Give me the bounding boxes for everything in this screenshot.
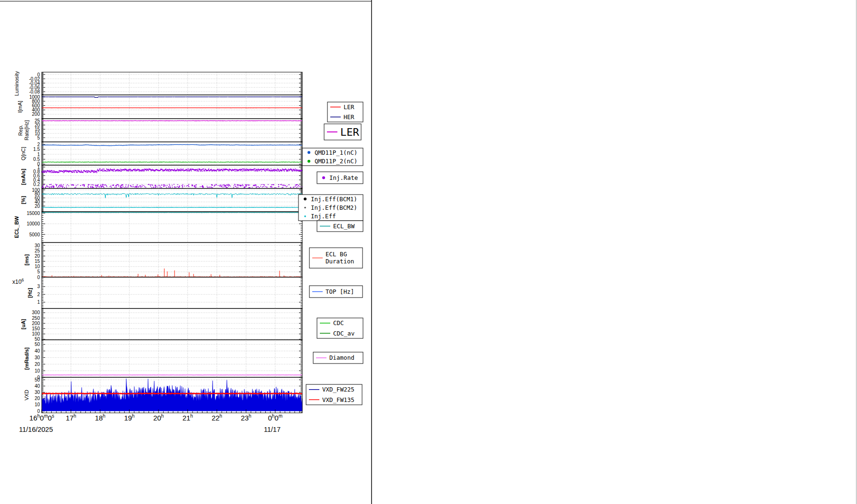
series-vxd-fw225 <box>42 379 302 411</box>
y-tick-label: 200 <box>32 321 40 326</box>
legend-label: Inj.Eff(BCM1) <box>311 196 357 203</box>
series-vxd-fw135 <box>42 393 302 394</box>
series-inj-eff-bcm1- <box>42 193 302 198</box>
legend-dot-marker <box>304 197 307 200</box>
y-tick-label: 40 <box>35 348 40 354</box>
x-tick-label: 21h <box>182 413 193 422</box>
legend-label: QMD11P_1(nC) <box>315 149 357 156</box>
y-tick-label: 2 <box>37 142 40 147</box>
y-tick-label: 25 <box>35 248 40 253</box>
x-tick-label: 20h <box>153 413 164 422</box>
y-tick-label: 300 <box>32 310 40 315</box>
legend-label: Diamond <box>329 354 354 361</box>
panel-vxd: 50403020100VXD <box>24 377 302 414</box>
panel-i-ma-: 1000800600400200I[mA] <box>17 94 302 119</box>
series-inj-rate <box>41 168 303 173</box>
legend-label: LER <box>344 103 354 111</box>
legend-inj-rate: Inj.Rate <box>317 172 363 184</box>
y-tick-label: 10 <box>35 264 40 269</box>
legend-ecl-bw: ECL_BW <box>317 221 363 232</box>
legend-label: Inj.Rate <box>329 174 358 181</box>
legend-label: CDC_av <box>333 330 354 337</box>
panel--hz-: 321[Hz]x106 <box>12 277 302 308</box>
y-tick-label: 150 <box>32 326 40 331</box>
legend-qmd11p-1-nc-: QMD11P_1(nC)QMD11P_2(nC) <box>302 148 363 166</box>
y-tick-label: 10 <box>35 368 40 373</box>
date-label-right: 11/17 <box>264 426 280 433</box>
y-axis-label: [ms] <box>24 254 29 266</box>
panel--ms-: 302520151050[ms] <box>24 243 302 280</box>
x-tick-label: 17h <box>65 413 76 422</box>
date-label-left: 11/16/2025 <box>19 426 53 433</box>
series-her <box>42 97 302 97</box>
panel-ecl-bw: 15000100005000ECL_BW <box>14 211 302 243</box>
y-tick-label: 5000 <box>29 232 40 237</box>
x-tick-label: 0h0m <box>268 413 283 422</box>
legend-label: VXD_FW135 <box>322 396 354 403</box>
y-tick-label: 10000 <box>27 221 40 226</box>
legend-inj-eff-bcm1-: Inj.Eff(BCM1)Inj.Eff(BCM2)Inj.Eff <box>298 195 363 221</box>
panel--mrad-s-: 50403020100[mRad/s] <box>24 340 302 380</box>
axis-multiplier-label: x106 <box>12 278 24 285</box>
y-tick-label: 200 <box>32 112 40 117</box>
y-tick-label: 1 <box>37 152 40 157</box>
series-ecl-bw <box>42 212 302 213</box>
y-axis-label: [Hz] <box>27 288 33 298</box>
y-tick-label: 1.5 <box>33 147 40 152</box>
series-qmd11p-2-nc- <box>42 162 302 162</box>
y-tick-label: 0.2 <box>33 182 40 187</box>
y-tick-label: 250 <box>32 316 40 321</box>
legend-label: CDC <box>333 319 344 327</box>
legend-label: ECL_BW <box>333 223 355 230</box>
panel--ua-: 30025020015010050[uA] <box>20 308 302 342</box>
y-tick-label: 5 <box>37 135 40 140</box>
panel-q-nc-: 21.510.50Q[nC] <box>20 142 302 167</box>
legend-dot-marker <box>304 207 306 209</box>
legend-label: HER <box>344 113 354 121</box>
y-tick-label: 5 <box>37 269 40 274</box>
y-axis-label: [mA/s] <box>20 168 26 185</box>
series-diamond <box>42 375 302 375</box>
legend-ecl-bg: ECL BGDuration <box>309 248 363 268</box>
y-tick-label: 30 <box>35 243 40 248</box>
y-axis-label: [mRad/s] <box>24 347 29 370</box>
legend-cdc: CDCCDC_av <box>317 318 363 338</box>
y-axis-label: Rate[Hz] <box>24 120 29 140</box>
legend-top-hz-: TOP [Hz] <box>309 286 363 298</box>
y-axis-label: Q[nC] <box>20 147 26 160</box>
legend-ler: LER <box>324 124 361 140</box>
legend-dot-marker <box>307 160 310 163</box>
panel--: 10080604020[%] <box>20 187 302 212</box>
series-inj-rate-low <box>41 184 302 188</box>
series-qmd11p-1-nc- <box>42 145 302 146</box>
y-axis-label: [%] <box>20 196 26 204</box>
y-tick-label: 50 <box>35 377 40 383</box>
legend-label: ECL BG <box>326 251 347 258</box>
x-tick-label: 19h <box>124 413 134 422</box>
y-tick-label: 10 <box>35 402 40 407</box>
y-axis-label: Luminosity <box>14 71 19 96</box>
x-tick-label: 18h <box>95 413 105 422</box>
y-tick-label: 50 <box>35 336 40 342</box>
legend-label: TOP [Hz] <box>326 288 354 295</box>
legend-label: Inj.Eff <box>311 213 336 220</box>
y-tick-label: 30 <box>35 390 40 395</box>
panel-luminosity: 0-0.02-0.04-0.06-0.08Luminosity <box>14 71 302 96</box>
y-tick-label: 20 <box>35 204 40 209</box>
legend-dot-marker <box>322 177 325 179</box>
panel-rep-rate-hz-: 252015105Rep.Rate[Hz] <box>18 118 302 142</box>
y-axis-label: VXD <box>24 390 29 401</box>
legend-ler: LERHER <box>327 102 363 122</box>
y-tick-label: 15000 <box>27 211 40 216</box>
y-tick-label: 0 <box>37 409 40 414</box>
y-axis-label: I[mA] <box>17 101 23 113</box>
y-tick-label: 1 <box>37 299 40 305</box>
panel--ma-s-: 10.80.60.40.2[mA/s] <box>20 165 303 189</box>
legend-dot-marker <box>304 215 306 217</box>
x-tick-label: 22h <box>212 413 222 422</box>
legend-label: Duration <box>326 258 354 265</box>
y-tick-label: 30 <box>35 355 40 360</box>
y-tick-label: 20 <box>35 396 40 401</box>
legend-vxd-fw225: VXD_FW225VXD_FW135 <box>306 384 362 405</box>
y-tick-label: 100 <box>32 331 40 336</box>
